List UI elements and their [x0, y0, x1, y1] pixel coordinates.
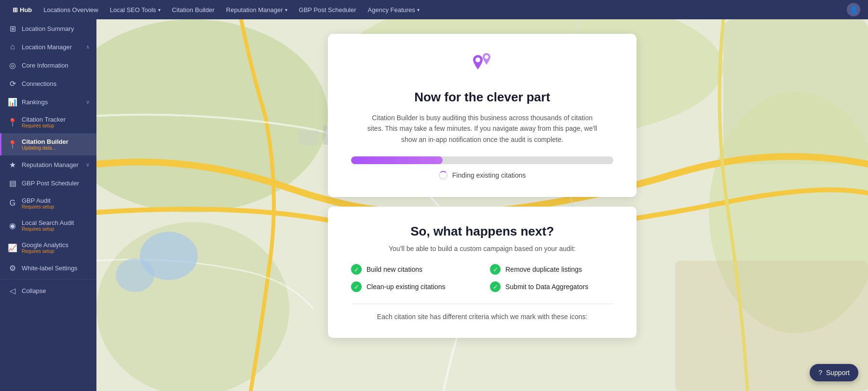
nav-hub-label: Hub	[20, 6, 32, 14]
user-avatar[interactable]: 👤	[847, 3, 860, 16]
clever-part-description: Citation Builder is busy auditing this b…	[366, 112, 598, 145]
clever-part-title: Now for the clever part	[414, 90, 550, 105]
sidebar-label-white-label-settings: White-label Settings	[22, 265, 78, 272]
nav-agency-label: Agency Features	[368, 6, 415, 14]
hub-icon: ⊞	[13, 6, 18, 14]
gbp-icon: ▤	[8, 179, 17, 187]
local-search-sublabel: Requires setup	[22, 226, 74, 232]
chevron-down-icon: ▾	[158, 7, 161, 13]
sidebar-label-reputation-manager: Reputation Manager	[22, 161, 79, 168]
sidebar-item-rankings[interactable]: 📊 Rankings ∨	[0, 93, 96, 111]
top-nav: ⊞ Hub Locations Overview Local SEO Tools…	[0, 0, 868, 19]
support-icon: ?	[818, 369, 822, 377]
reputation-icon: ★	[8, 160, 17, 169]
feature-label-1: Build new citations	[366, 265, 422, 273]
home-icon: ⌂	[8, 42, 17, 51]
feature-label-3: Clean-up existing citations	[366, 283, 445, 291]
check-icon-1: ✓	[351, 264, 362, 275]
feature-label-4: Submit to Data Aggregators	[505, 283, 588, 291]
citation-tracker-sublabel: Requires setup	[22, 123, 66, 128]
sidebar-label-location-manager: Location Manager	[22, 43, 72, 51]
sidebar-label-gbp-audit: GBP Audit	[22, 197, 54, 204]
sidebar-divider	[0, 279, 96, 279]
gbp-audit-sublabel: Requires setup	[22, 204, 54, 209]
feature-build-citations: ✓ Build new citations	[351, 264, 475, 275]
nav-citation-builder-label: Citation Builder	[172, 6, 215, 14]
sidebar-label-google-analytics: Google Analytics	[22, 241, 68, 249]
analytics-icon: 📈	[8, 243, 17, 252]
sidebar-item-core-information[interactable]: ◎ Core Information	[0, 56, 96, 74]
what-next-description: You'll be able to build a custom campaig…	[389, 245, 575, 252]
sidebar-item-local-search-audit[interactable]: ◉ Local Search Audit Requires setup	[0, 214, 96, 237]
nav-local-seo-tools-label: Local SEO Tools	[110, 6, 156, 14]
cards-container: Now for the clever part Citation Builder…	[96, 19, 868, 391]
sidebar-item-reputation-manager[interactable]: ★ Reputation Manager ∨	[0, 155, 96, 174]
sidebar-label-gbp-post-scheduler: GBP Post Scheduler	[22, 180, 79, 187]
support-label: Support	[826, 369, 850, 377]
sidebar-item-gbp-audit[interactable]: G GBP Audit Requires setup	[0, 192, 96, 214]
nav-citation-builder[interactable]: Citation Builder	[167, 4, 219, 15]
nav-agency-features[interactable]: Agency Features ▾	[363, 4, 424, 15]
feature-submit-aggregators: ✓ Submit to Data Aggregators	[490, 281, 613, 292]
progress-status: Finding existing citations	[439, 171, 526, 180]
sidebar-item-location-summary[interactable]: ⊞ Location Summary	[0, 19, 96, 38]
citation-builder-icon: 📍	[8, 140, 17, 149]
chevron-down-icon-5: ∨	[86, 162, 90, 168]
sidebar-label-collapse: Collapse	[22, 287, 46, 294]
collapse-icon: ◁	[8, 286, 17, 295]
sidebar-label-rankings: Rankings	[22, 98, 48, 106]
grid-icon: ⊞	[8, 24, 17, 33]
loading-spinner	[439, 171, 448, 180]
sidebar-label-connections: Connections	[22, 80, 56, 87]
nav-local-seo-tools[interactable]: Local SEO Tools ▾	[105, 4, 165, 15]
settings-icon: ⚙	[8, 264, 17, 272]
sidebar-item-white-label-settings[interactable]: ⚙ White-label Settings	[0, 259, 96, 277]
location-pins-icon	[465, 51, 499, 84]
check-icon-3: ✓	[351, 281, 362, 292]
check-icon-2: ✓	[490, 264, 501, 275]
sidebar-item-google-analytics[interactable]: 📈 Google Analytics Requires setup	[0, 237, 96, 259]
sidebar-label-core-information: Core Information	[22, 62, 68, 69]
chevron-down-icon-4: ∨	[86, 99, 90, 105]
progress-bar-container	[351, 156, 613, 164]
rankings-icon: 📊	[8, 98, 17, 106]
what-happens-next-card: So, what happens next? You'll be able to…	[328, 207, 637, 338]
chevron-down-icon-3: ▾	[417, 7, 420, 13]
chevron-down-icon-2: ▾	[285, 7, 287, 13]
nav-locations-overview-label: Locations Overview	[43, 6, 98, 14]
clever-part-card: Now for the clever part Citation Builder…	[328, 34, 637, 197]
sidebar-item-location-manager[interactable]: ⌂ Location Manager ∧	[0, 38, 96, 56]
nav-gbp-label: GBP Post Scheduler	[299, 6, 356, 14]
nav-reputation-manager[interactable]: Reputation Manager ▾	[221, 4, 292, 15]
sidebar-label-location-summary: Location Summary	[22, 25, 74, 32]
check-icon-4: ✓	[490, 281, 501, 292]
progress-status-text: Finding existing citations	[452, 171, 526, 179]
sidebar-item-gbp-post-scheduler[interactable]: ▤ GBP Post Scheduler	[0, 174, 96, 192]
sidebar-item-collapse[interactable]: ◁ Collapse	[0, 281, 96, 300]
sidebar-item-citation-builder[interactable]: 📍 Citation Builder Updating data...	[0, 133, 96, 155]
connections-icon: ⟳	[8, 79, 17, 88]
nav-locations-overview[interactable]: Locations Overview	[39, 4, 103, 15]
sidebar-item-connections[interactable]: ⟳ Connections	[0, 74, 96, 93]
sidebar-label-citation-tracker: Citation Tracker	[22, 116, 66, 123]
svg-point-13	[485, 55, 488, 59]
progress-bar-fill	[351, 156, 443, 164]
sidebar-label-citation-builder: Citation Builder	[22, 138, 68, 145]
support-button[interactable]: ? Support	[810, 364, 858, 381]
sidebar-item-citation-tracker[interactable]: 📍 Citation Tracker Requires setup	[0, 111, 96, 133]
nav-gbp-post-scheduler[interactable]: GBP Post Scheduler	[294, 4, 361, 15]
gbp-audit-icon: G	[8, 199, 17, 208]
feature-label-2: Remove duplicate listings	[505, 265, 582, 273]
nav-reputation-manager-label: Reputation Manager	[226, 6, 283, 14]
content-area: Now for the clever part Citation Builder…	[96, 19, 868, 391]
feature-clean-up-citations: ✓ Clean-up existing citations	[351, 281, 475, 292]
citation-tracker-icon: 📍	[8, 118, 17, 126]
nav-hub[interactable]: ⊞ Hub	[8, 4, 37, 15]
google-analytics-sublabel: Requires setup	[22, 249, 68, 254]
local-search-icon: ◉	[8, 221, 17, 230]
chevron-up-icon: ∧	[86, 44, 90, 50]
what-next-title: So, what happens next?	[410, 224, 554, 239]
features-grid: ✓ Build new citations ✓ Remove duplicate…	[351, 264, 613, 292]
svg-point-12	[475, 57, 480, 62]
feature-remove-duplicates: ✓ Remove duplicate listings	[490, 264, 613, 275]
